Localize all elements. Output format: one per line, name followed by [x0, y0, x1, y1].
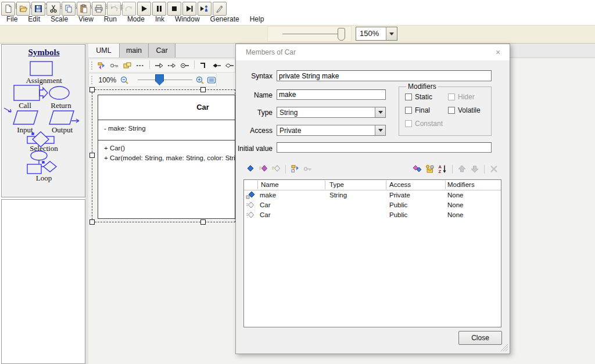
symbol-return[interactable]: Return — [44, 101, 78, 110]
open-button[interactable] — [16, 2, 30, 16]
members-pair-button[interactable] — [412, 164, 422, 174]
copy-button[interactable] — [62, 2, 76, 16]
dashed-line-button[interactable] — [135, 60, 145, 71]
cut-button[interactable] — [46, 2, 60, 16]
cell-modifiers: None — [447, 201, 464, 208]
zoom-percent-value[interactable]: 150% — [356, 27, 386, 40]
redo-button — [122, 2, 136, 16]
dialog-title-bar[interactable]: Members of Car × — [236, 44, 510, 60]
checkbox-volatile[interactable]: Volatile — [448, 106, 491, 114]
arrow-dashed-button[interactable] — [167, 60, 177, 71]
zoom-out-icon[interactable] — [120, 75, 129, 85]
print-button[interactable] — [92, 2, 106, 16]
class-attribute[interactable]: - make: String — [104, 125, 146, 132]
resize-grip-icon[interactable] — [500, 344, 508, 352]
step-button[interactable] — [182, 2, 196, 16]
menu-view[interactable]: View — [73, 15, 99, 23]
run-to-input-button[interactable] — [198, 2, 212, 16]
name-input[interactable] — [277, 89, 386, 100]
diamond-hollow-button[interactable] — [224, 60, 235, 71]
toolbar-grip[interactable] — [91, 62, 93, 70]
uml-zoom-label: 100% — [97, 76, 117, 84]
uml-zoom-slider-track[interactable] — [138, 80, 192, 80]
override-button[interactable] — [290, 164, 300, 174]
menu-generate[interactable]: Generate — [205, 15, 245, 23]
checkbox-box[interactable] — [405, 107, 412, 114]
constructor-button[interactable] — [271, 164, 281, 174]
zoom-percent-combo[interactable]: 150% — [356, 27, 397, 41]
checkbox-box[interactable] — [448, 107, 455, 114]
header-access[interactable]: Access — [389, 181, 411, 188]
menu-run[interactable]: Run — [99, 15, 122, 23]
sort-az-button[interactable]: AZ — [438, 164, 448, 174]
zoom-combo-dropdown-button[interactable] — [386, 27, 397, 40]
initial-value-input[interactable] — [277, 142, 492, 153]
close-button[interactable]: Close — [458, 331, 502, 345]
zoom-in-icon[interactable] — [195, 75, 205, 85]
auto-layout-button[interactable] — [96, 60, 107, 71]
menu-edit[interactable]: Edit — [23, 15, 45, 23]
members-table[interactable]: Name Type Access Modifiers makeStringPri… — [243, 179, 501, 327]
toolbar-grip[interactable] — [91, 76, 94, 84]
class-operation[interactable]: + Car() — [104, 145, 125, 152]
uml-class-car[interactable]: Car - make: String + Car() + Car(model: … — [98, 95, 235, 219]
member-row-car-1[interactable]: CarPublicNone — [244, 200, 501, 210]
type-combo[interactable]: String — [277, 107, 386, 118]
symbol-loop[interactable]: Loop — [2, 174, 86, 183]
fit-to-window-icon[interactable] — [207, 75, 216, 85]
package-button[interactable] — [122, 60, 132, 71]
diamond-filled-button[interactable] — [212, 60, 222, 71]
access-label: Access — [236, 127, 273, 135]
attribute-button[interactable] — [245, 164, 256, 174]
tab-uml[interactable]: UML — [88, 44, 120, 57]
selection-handle-left-mid[interactable] — [89, 153, 95, 158]
paste-button[interactable] — [77, 2, 91, 16]
elbow-button[interactable] — [199, 60, 209, 71]
menu-ink[interactable]: Ink — [150, 15, 170, 23]
type-combo-dropdown-button[interactable] — [375, 107, 385, 117]
menu-window[interactable]: Window — [170, 15, 205, 23]
new-button[interactable] — [1, 2, 15, 16]
stop-button[interactable] — [167, 2, 181, 16]
symbol-assignment[interactable]: Assignment — [2, 76, 86, 85]
checkbox-label: Final — [415, 106, 430, 114]
menu-file[interactable]: File — [1, 15, 23, 23]
pen-width-slider-track[interactable] — [282, 34, 344, 34]
header-type[interactable]: Type — [329, 181, 344, 188]
selection-handle-bottom-left[interactable] — [89, 219, 95, 225]
symbol-input[interactable]: Input — [6, 125, 44, 135]
selection-handle-top-mid[interactable] — [200, 87, 206, 92]
dialog-close-icon[interactable]: × — [492, 47, 504, 57]
header-name[interactable]: Name — [261, 181, 279, 188]
menu-help[interactable]: Help — [245, 15, 270, 23]
method-button[interactable] — [258, 164, 268, 174]
checkbox-final[interactable]: Final — [405, 106, 448, 114]
header-modifiers[interactable]: Modifiers — [447, 181, 475, 188]
checkbox-static[interactable]: Static — [405, 93, 448, 101]
play-button[interactable] — [137, 2, 151, 16]
selection-handle-top-left[interactable] — [89, 87, 95, 92]
symbol-call[interactable]: Call — [6, 101, 44, 110]
class-operation[interactable]: + Car(model: String, make: String, color… — [104, 154, 235, 161]
arrow-solid-button[interactable] — [154, 60, 164, 71]
inherited-lock-button[interactable] — [425, 164, 435, 174]
containment-button[interactable] — [180, 60, 190, 71]
key-button[interactable] — [109, 60, 120, 71]
selection-handle-bottom-mid[interactable] — [200, 219, 206, 225]
menu-scale[interactable]: Scale — [45, 15, 73, 23]
access-combo[interactable]: Private — [277, 125, 386, 136]
member-row-car-2[interactable]: CarPublicNone — [244, 210, 501, 220]
symbol-selection[interactable]: Selection — [2, 144, 86, 153]
tab-car[interactable]: Car — [149, 44, 175, 57]
pause-button[interactable] — [152, 2, 166, 16]
checkbox-box[interactable] — [405, 93, 412, 100]
member-row-make-0[interactable]: makeStringPrivateNone — [244, 190, 501, 200]
syntax-input[interactable] — [277, 70, 492, 81]
menu-mode[interactable]: Mode — [122, 15, 150, 23]
save-button[interactable] — [31, 2, 45, 16]
symbol-output[interactable]: Output — [44, 125, 81, 135]
pen-button[interactable] — [213, 2, 227, 16]
access-combo-dropdown-button[interactable] — [375, 125, 385, 135]
pen-width-slider-handle[interactable] — [338, 28, 345, 41]
tab-main[interactable]: main — [120, 44, 149, 57]
